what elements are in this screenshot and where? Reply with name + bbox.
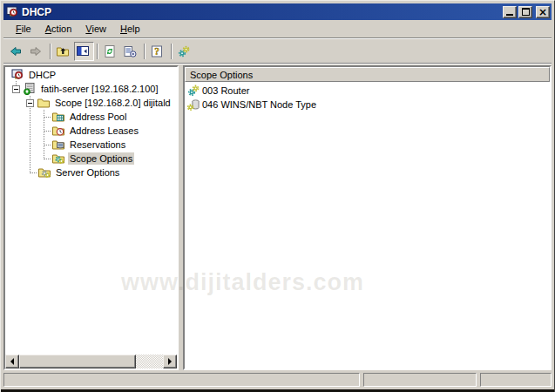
refresh-button[interactable]: [101, 42, 121, 61]
tree-item-label: fatih-server [192.168.2.100]: [39, 83, 160, 95]
address-leases-icon: [51, 124, 65, 138]
list-item-046-wins-nbt-node-type[interactable]: 046 WINS/NBT Node Type: [185, 98, 550, 112]
scroll-right-icon: [168, 358, 172, 365]
forward-arrow-button[interactable]: [27, 42, 47, 61]
tree-item-label: DHCP: [27, 69, 58, 81]
list-item-label: 046 WINS/NBT Node Type: [202, 99, 316, 110]
tree-indent: [5, 103, 24, 104]
list-view: 003 Router046 WINS/NBT Node Type: [185, 82, 550, 368]
title-bar[interactable]: DHCP ×: [3, 3, 552, 20]
tree-indent: [5, 89, 10, 90]
list-column-header[interactable]: Scope Options: [185, 67, 550, 82]
tree-indent: [5, 117, 44, 118]
tree-expander-collapse[interactable]: [12, 85, 20, 93]
toolbar: ?: [3, 39, 552, 63]
window-controls: ×: [501, 6, 550, 18]
main-area: DHCPfatih-server [192.168.2.100]Scope [1…: [3, 65, 552, 370]
tree-item-dhcp[interactable]: DHCP: [5, 68, 177, 82]
toolbar-separator: [50, 44, 51, 59]
list-item-003-router[interactable]: 003 Router: [185, 84, 550, 98]
tree-connector: [30, 172, 37, 173]
toolbar-separator: [171, 44, 173, 59]
refresh-icon: [103, 44, 117, 58]
tree-expander-collapse[interactable]: [26, 99, 34, 107]
dhcp-console-window: DHCP × FileActionViewHelp ? DHCPfatih-se…: [0, 0, 555, 392]
tree-item-address-leases[interactable]: Address Leases: [5, 124, 177, 138]
help-icon: ?: [150, 44, 164, 58]
scroll-left-icon: [10, 358, 14, 365]
tree-item-server-options[interactable]: Server Options: [5, 166, 177, 179]
menu-bar: FileActionViewHelp: [3, 21, 552, 37]
forward-arrow-icon: [29, 44, 43, 58]
scope-options-icon: [51, 152, 65, 166]
tree-item-label: Scope [192.168.2.0] dijitald: [53, 97, 173, 109]
tree-item-reservations[interactable]: Reservations: [5, 138, 177, 152]
dhcp-console-icon: [10, 68, 24, 82]
tree-connector: [44, 131, 51, 132]
maximize-button[interactable]: [518, 6, 532, 18]
menu-help[interactable]: Help: [113, 22, 147, 37]
tree-connector: [44, 117, 51, 118]
tree-item-label: Address Leases: [68, 125, 140, 137]
scrollbar-track[interactable]: [136, 355, 163, 368]
server-options-icon: [37, 166, 51, 179]
tree-indent: [5, 145, 44, 145]
show-console-tree-button[interactable]: [74, 42, 94, 61]
tree-indent: [5, 159, 44, 159]
scope-folder-icon: [37, 96, 51, 110]
up-one-level-button[interactable]: [54, 42, 74, 61]
menu-file[interactable]: File: [9, 22, 38, 37]
tree-indent: [5, 131, 44, 132]
maximize-icon: [522, 8, 530, 16]
tree-connector: [44, 145, 51, 145]
toolbar-main-divider: [3, 63, 552, 64]
help-button[interactable]: ?: [148, 42, 168, 61]
menu-view[interactable]: View: [78, 22, 113, 37]
export-list-button[interactable]: [121, 42, 141, 61]
window-title: DHCP: [22, 6, 501, 18]
tree-item-scope-options[interactable]: Scope Options: [5, 152, 177, 166]
status-bar: [3, 370, 552, 389]
tree-indent: [5, 172, 30, 173]
tree-item-label: Address Pool: [68, 111, 128, 123]
toolbar-separator: [97, 44, 98, 59]
tree-horizontal-scrollbar: [5, 355, 177, 368]
list-item-label: 003 Router: [202, 85, 249, 96]
console-tree-pane: DHCPfatih-server [192.168.2.100]Scope [1…: [3, 65, 179, 370]
gears-icon: [177, 44, 191, 58]
status-panel: [480, 373, 552, 387]
dhcp-app-icon: [5, 5, 19, 19]
gears-button[interactable]: [175, 42, 195, 61]
up-one-level-icon: [56, 44, 70, 58]
tree-view: DHCPfatih-server [192.168.2.100]Scope [1…: [5, 67, 177, 355]
show-console-tree-icon: [76, 44, 90, 58]
minimize-icon: [506, 14, 513, 16]
scroll-left-button[interactable]: [5, 355, 19, 368]
scrollbar-thumb[interactable]: [19, 355, 136, 368]
address-pool-icon: [51, 110, 65, 124]
tree-item-fatih-server-192-168-2-100[interactable]: fatih-server [192.168.2.100]: [5, 82, 177, 96]
results-pane: Scope Options 003 Router046 WINS/NBT Nod…: [183, 65, 552, 370]
minus-icon: [14, 89, 18, 90]
scroll-right-button[interactable]: [163, 355, 177, 368]
tree-item-label: Reservations: [68, 139, 127, 151]
tree-connector: [44, 159, 51, 159]
option-server-icon: [186, 98, 200, 112]
back-arrow-button[interactable]: [7, 42, 27, 61]
dhcp-server-icon: [23, 82, 37, 96]
export-list-icon: [123, 44, 137, 58]
svg-text:?: ?: [154, 46, 159, 57]
close-button[interactable]: ×: [536, 6, 550, 18]
status-panel: [3, 373, 360, 387]
tree-item-label: Server Options: [54, 166, 121, 179]
tree-item-address-pool[interactable]: Address Pool: [5, 110, 177, 124]
close-icon: ×: [538, 8, 547, 17]
menu-action[interactable]: Action: [38, 22, 79, 37]
toolbar-separator: [144, 44, 146, 59]
tree-item-scope-192-168-2-0-dijitald[interactable]: Scope [192.168.2.0] dijitald: [5, 96, 177, 110]
back-arrow-icon: [9, 44, 23, 58]
minimize-button[interactable]: [503, 6, 517, 18]
status-panel: [363, 373, 477, 387]
minus-icon: [28, 103, 32, 104]
reservations-icon: [51, 138, 65, 152]
